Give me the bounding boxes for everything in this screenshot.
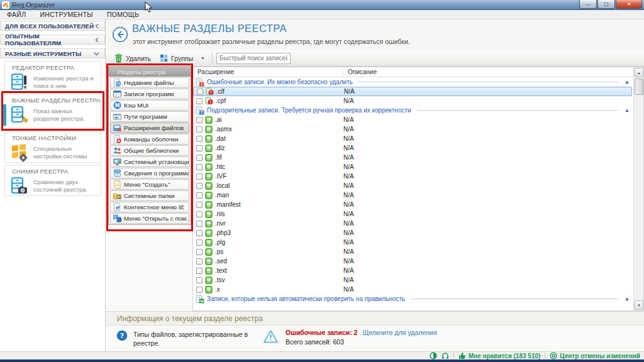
info-description: Типы файлов, зарегистрированные в реестр… bbox=[133, 330, 259, 348]
section-item-6[interactable]: Общие библиотеки bbox=[110, 145, 189, 156]
menu-item-файл[interactable]: ФАЙЛ bbox=[0, 11, 33, 18]
page-subtitle: этот инструмент отображает различные раз… bbox=[133, 38, 410, 45]
table-row[interactable]: .sedN/A bbox=[193, 256, 633, 266]
section-item-0[interactable]: Недавние файлы bbox=[110, 77, 189, 88]
close-button[interactable]: ✕ bbox=[616, 0, 642, 9]
table-row[interactable]: .asmxN/A bbox=[193, 124, 633, 134]
delete-button[interactable]: Удалить bbox=[110, 52, 155, 64]
section-item-5[interactable]: Команды оболочки bbox=[110, 134, 189, 145]
row-checkbox[interactable] bbox=[196, 277, 203, 283]
maximize-button[interactable]: ▢ bbox=[597, 0, 615, 9]
table-group-header-1[interactable]: ?Подозрительные записи. Требуется ручная… bbox=[193, 106, 633, 115]
sidebar-item-3[interactable]: Сравнение двух состояний реестра bbox=[5, 175, 101, 197]
row-checkbox[interactable] bbox=[196, 249, 203, 255]
column-header-description[interactable]: Описание bbox=[343, 67, 643, 77]
search-input[interactable] bbox=[216, 53, 291, 64]
row-checkbox[interactable] bbox=[196, 173, 203, 180]
row-description: N/A bbox=[339, 258, 354, 265]
delete-errors-link[interactable]: Щелкните для удаления bbox=[362, 329, 436, 336]
sections-panel-header[interactable]: ^ Разделы реестра bbox=[109, 67, 191, 77]
groups-dropdown-arrow-icon[interactable]: ▼ bbox=[197, 55, 208, 62]
sidebar-item-2[interactable]: Специальные настройки системы bbox=[5, 142, 101, 163]
table-row[interactable]: .nvrN/A bbox=[193, 219, 633, 228]
sidebar-item-0[interactable]: Изменение реестра и поиск в нем bbox=[5, 72, 101, 93]
row-checkbox[interactable] bbox=[196, 117, 203, 123]
row-checkbox[interactable] bbox=[196, 98, 203, 104]
scrollbar-thumb[interactable] bbox=[635, 79, 643, 95]
row-checkbox[interactable] bbox=[196, 192, 203, 199]
info-panel-header: Информация о текущем разделе реестра bbox=[106, 312, 644, 326]
table-row[interactable]: .cpfN/A bbox=[193, 96, 633, 106]
column-header-extension[interactable]: Расширение bbox=[193, 67, 343, 77]
scroll-down-icon[interactable]: ▼ bbox=[635, 300, 643, 310]
back-button[interactable] bbox=[112, 26, 128, 43]
table-row[interactable]: .psN/A bbox=[193, 247, 633, 256]
like-button[interactable]: Мне нравится (183 510) bbox=[458, 352, 540, 359]
table-row[interactable]: .htcN/A bbox=[193, 162, 633, 172]
sidebar-accordion-2[interactable]: РАЗНЫЕ ИНСТРУМЕНТЫ bbox=[0, 48, 105, 58]
menu-item-помощь[interactable]: ПОМОЩЬ bbox=[100, 11, 146, 18]
sidebar-item-1[interactable]: Показ важных разделов реестра bbox=[5, 104, 101, 126]
table-row[interactable]: .php3N/A bbox=[193, 228, 633, 238]
table-row[interactable]: .dizN/A bbox=[193, 143, 633, 153]
headphones-button[interactable] bbox=[441, 352, 449, 359]
scroll-up-icon[interactable]: ▲ bbox=[635, 68, 643, 77]
collapse-arrow-icon[interactable]: ▲ bbox=[625, 79, 631, 85]
svg-text:!: ! bbox=[201, 82, 203, 87]
section-item-7[interactable]: Системный установщик bbox=[110, 156, 189, 167]
table-row[interactable]: .clfN/A bbox=[193, 87, 632, 96]
row-checkbox[interactable] bbox=[196, 164, 203, 170]
section-item-11[interactable]: eКонтекстное меню IE bbox=[110, 202, 189, 212]
table-row[interactable]: .manifestN/A bbox=[193, 200, 633, 209]
menu-item-инструменты[interactable]: ИНСТРУМЕНТЫ bbox=[33, 11, 100, 18]
row-checkbox[interactable] bbox=[197, 89, 203, 95]
row-checkbox[interactable] bbox=[196, 126, 203, 133]
table-row[interactable]: .datN/A bbox=[193, 134, 633, 143]
section-item-2[interactable]: MКэш MUI bbox=[110, 100, 189, 111]
vertical-scrollbar[interactable]: ▲ ▼ bbox=[633, 67, 643, 310]
minimize-button[interactable]: — bbox=[579, 0, 597, 9]
section-item-10[interactable]: Системные папки bbox=[110, 190, 189, 201]
table-group-header-0[interactable]: !Ошибочные записи. Их можно безопасно уд… bbox=[193, 77, 633, 87]
collapse-arrow-icon[interactable]: ▲ bbox=[625, 107, 631, 113]
row-extension: .IVF bbox=[215, 173, 226, 180]
row-checkbox[interactable] bbox=[196, 230, 203, 236]
row-checkbox[interactable] bbox=[196, 239, 203, 246]
table-group-header-2[interactable]: OKЗаписи, которые нельзя автоматически п… bbox=[193, 294, 633, 304]
table-row[interactable]: .localN/A bbox=[193, 181, 633, 190]
row-checkbox[interactable] bbox=[196, 136, 203, 142]
row-checkbox[interactable] bbox=[196, 268, 203, 274]
section-item-label: Недавние файлы bbox=[124, 79, 174, 86]
row-checkbox[interactable] bbox=[196, 258, 203, 265]
sidebar-accordion-0[interactable]: ДЛЯ ВСЕХ ПОЛЬЗОВАТЕЛЕЙ bbox=[0, 21, 105, 31]
section-item-12[interactable]: Меню "Открыть с пом... bbox=[110, 213, 189, 224]
sidebar-item-label: Изменение реестра и поиск в нем bbox=[33, 75, 98, 90]
section-item-1[interactable]: Записи программ bbox=[110, 89, 189, 99]
table-row[interactable]: .IVFN/A bbox=[193, 172, 633, 181]
table-row[interactable]: .aiN/A bbox=[193, 115, 633, 124]
section-item-8[interactable]: Сведения о программах bbox=[110, 168, 189, 178]
collapse-arrow-icon[interactable]: ▲ bbox=[625, 296, 631, 302]
table-row[interactable]: .nlsN/A bbox=[193, 209, 633, 219]
table-row[interactable]: .textN/A bbox=[193, 266, 633, 275]
section-item-3[interactable]: Пути программ bbox=[110, 111, 189, 122]
row-checkbox[interactable] bbox=[196, 287, 203, 293]
section-item-4[interactable]: Расширения файлов bbox=[110, 123, 189, 133]
row-checkbox[interactable] bbox=[196, 211, 203, 217]
row-checkbox[interactable] bbox=[196, 202, 203, 208]
table-row[interactable]: .fifN/A bbox=[193, 153, 633, 162]
row-checkbox[interactable] bbox=[196, 221, 203, 227]
contrast-button[interactable] bbox=[430, 352, 437, 359]
sidebar-accordion-1[interactable]: ОПЫТНЫМ ПОЛЬЗОВАТЕЛЯМ bbox=[0, 35, 105, 45]
row-checkbox[interactable] bbox=[196, 183, 203, 189]
groups-button[interactable]: Группы bbox=[155, 53, 197, 63]
table-row[interactable]: .xN/A bbox=[193, 285, 633, 294]
undo-center-button[interactable]: Центр отмены изменений bbox=[550, 352, 640, 359]
table-row[interactable]: .tsvN/A bbox=[193, 275, 633, 285]
table-row[interactable]: .plgN/A bbox=[193, 238, 633, 247]
row-checkbox[interactable] bbox=[196, 155, 203, 161]
section-item-label: Общие библиотеки bbox=[124, 147, 179, 154]
table-row[interactable]: .manN/A bbox=[193, 190, 633, 200]
section-item-9[interactable]: Меню "Создать" bbox=[110, 179, 189, 190]
row-checkbox[interactable] bbox=[196, 145, 203, 151]
